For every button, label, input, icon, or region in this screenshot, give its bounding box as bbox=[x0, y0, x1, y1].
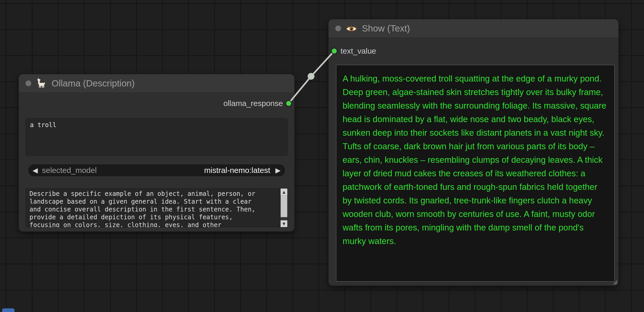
scroll-down-button[interactable]: ▼ bbox=[281, 220, 287, 227]
next-model-arrow[interactable]: ▶ bbox=[275, 167, 281, 174]
scroll-up-button[interactable]: ▲ bbox=[281, 189, 287, 195]
collapse-dot[interactable] bbox=[335, 26, 341, 31]
output-slot-ollama-response: ollama_response bbox=[224, 99, 283, 108]
prev-model-arrow[interactable]: ◀ bbox=[33, 167, 38, 174]
input-slot-text-value: text_value bbox=[340, 46, 376, 56]
node-show-text[interactable]: Show (Text) text_value A hulking, moss-c… bbox=[329, 19, 618, 286]
node-ollama-description[interactable]: Ollama (Description) ollama_response a t… bbox=[19, 74, 294, 232]
node-header[interactable]: Show (Text) bbox=[329, 19, 618, 38]
link-midpoint-dot[interactable] bbox=[308, 73, 314, 80]
scrollbar-track[interactable] bbox=[281, 195, 287, 220]
input-slot-label: text_value bbox=[340, 47, 376, 55]
node-editor-canvas[interactable]: Ollama (Description) ollama_response a t… bbox=[0, 0, 644, 312]
collapse-dot[interactable] bbox=[26, 80, 31, 86]
resize-handle[interactable] bbox=[611, 279, 618, 285]
node-title: Ollama (Description) bbox=[52, 78, 135, 89]
offscreen-node-corner[interactable] bbox=[2, 308, 15, 312]
eye-icon bbox=[346, 24, 357, 33]
scrollbar-thumb[interactable] bbox=[281, 195, 287, 217]
system-prompt-text: Describe a specific example of an object… bbox=[29, 190, 276, 227]
llama-icon bbox=[36, 78, 47, 89]
text-display[interactable]: A hulking, moss-covered troll squatting … bbox=[336, 65, 615, 282]
system-prompt-textarea[interactable]: Describe a specific example of an object… bbox=[26, 188, 288, 227]
node-title: Show (Text) bbox=[362, 23, 410, 34]
scrollbar[interactable]: ▲ ▼ bbox=[281, 189, 287, 227]
output-slot-label: ollama_response bbox=[224, 99, 283, 108]
node-header[interactable]: Ollama (Description) bbox=[19, 74, 294, 93]
model-selector[interactable]: ◀ selected_model mistral-nemo:latest ▶ bbox=[28, 164, 286, 177]
model-selector-value: mistral-nemo:latest bbox=[204, 166, 270, 175]
link-wire[interactable] bbox=[289, 51, 334, 103]
model-selector-label: selected_model bbox=[42, 166, 97, 175]
prompt-input[interactable]: a troll bbox=[26, 118, 288, 156]
